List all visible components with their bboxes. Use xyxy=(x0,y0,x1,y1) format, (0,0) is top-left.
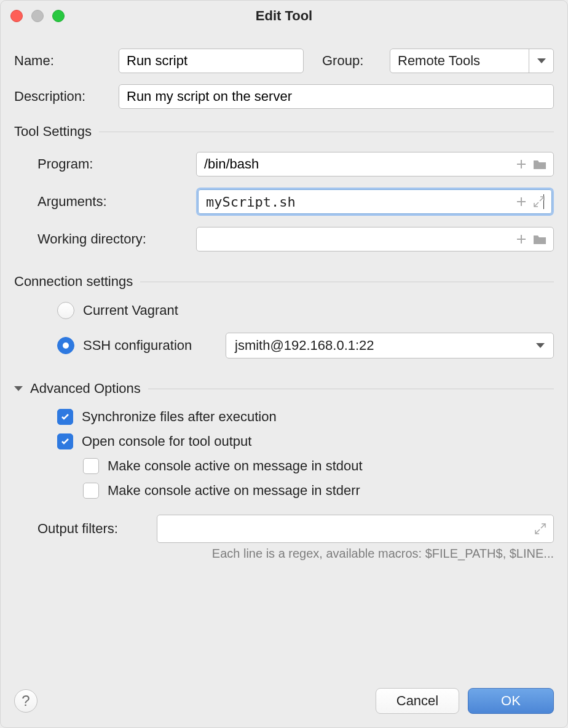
tool-settings-header: Tool Settings xyxy=(14,124,554,140)
separator xyxy=(99,132,554,132)
sync-files-label: Synchronize files after execution xyxy=(82,409,277,425)
working-directory-label: Working directory: xyxy=(14,231,196,247)
advanced-options-label: Advanced Options xyxy=(30,381,141,397)
dialog-footer: ? Cancel OK xyxy=(1,677,567,727)
browse-folder-icon[interactable] xyxy=(533,234,546,245)
name-label: Name: xyxy=(14,53,119,69)
disclosure-triangle-icon[interactable] xyxy=(14,386,23,391)
edit-tool-dialog: Edit Tool Name: Group: Remote Tools Desc… xyxy=(0,0,568,728)
zoom-window-icon[interactable] xyxy=(52,10,65,22)
expand-field-icon[interactable] xyxy=(533,196,545,208)
connection-settings-label: Connection settings xyxy=(14,274,133,290)
tool-settings-label: Tool Settings xyxy=(14,124,92,140)
stderr-active-checkbox[interactable] xyxy=(83,483,99,499)
ssh-radio-label: SSH configuration xyxy=(83,338,217,354)
expand-field-icon[interactable] xyxy=(534,523,546,535)
close-window-icon[interactable] xyxy=(10,10,23,22)
insert-macro-icon[interactable] xyxy=(516,234,527,245)
insert-macro-icon[interactable] xyxy=(516,159,527,170)
sync-files-row[interactable]: Synchronize files after execution xyxy=(14,409,554,425)
stderr-active-row[interactable]: Make console active on message in stderr xyxy=(14,483,554,499)
insert-macro-icon[interactable] xyxy=(516,196,527,207)
name-input[interactable] xyxy=(119,49,304,73)
ssh-radio-row[interactable]: SSH configuration jsmith@192.168.0.1:22 xyxy=(14,333,554,358)
cancel-button[interactable]: Cancel xyxy=(376,688,459,714)
stderr-active-label: Make console active on message in stderr xyxy=(108,483,360,499)
program-label: Program: xyxy=(14,156,196,172)
separator xyxy=(148,389,554,389)
ok-button[interactable]: OK xyxy=(468,688,554,714)
open-console-label: Open console for tool output xyxy=(82,433,251,449)
window-title: Edit Tool xyxy=(256,8,312,24)
output-filters-input[interactable] xyxy=(157,515,554,543)
group-value: Remote Tools xyxy=(390,53,529,69)
stdout-active-checkbox[interactable] xyxy=(83,458,99,474)
sync-files-checkbox[interactable] xyxy=(57,409,73,425)
ssh-config-value: jsmith@192.168.0.1:22 xyxy=(235,338,374,354)
description-label: Description: xyxy=(14,89,119,105)
ssh-config-dropdown[interactable]: jsmith@192.168.0.1:22 xyxy=(226,333,554,358)
connection-settings-header: Connection settings xyxy=(14,274,554,290)
minimize-window-icon xyxy=(31,10,44,22)
chevron-down-icon xyxy=(537,58,546,63)
vagrant-radio[interactable] xyxy=(57,302,74,319)
output-filters-label: Output filters: xyxy=(14,521,157,537)
advanced-options-header[interactable]: Advanced Options xyxy=(14,381,554,397)
group-combobox[interactable]: Remote Tools xyxy=(390,49,554,73)
group-label: Group: xyxy=(322,53,390,69)
vagrant-radio-row[interactable]: Current Vagrant xyxy=(14,302,554,319)
stdout-active-row[interactable]: Make console active on message in stdout xyxy=(14,458,554,474)
browse-folder-icon[interactable] xyxy=(533,159,546,170)
open-console-checkbox[interactable] xyxy=(57,433,73,449)
separator xyxy=(140,282,554,282)
chevron-down-icon xyxy=(536,343,545,348)
arguments-input[interactable]: myScript.sh xyxy=(206,194,544,210)
vagrant-radio-label: Current Vagrant xyxy=(83,303,178,318)
stdout-active-label: Make console active on message in stdout xyxy=(108,458,363,474)
output-filters-helper: Each line is a regex, available macros: … xyxy=(14,547,554,561)
description-input[interactable] xyxy=(119,84,554,109)
working-directory-input[interactable] xyxy=(196,227,554,251)
program-input[interactable] xyxy=(196,152,554,176)
group-dropdown-button[interactable] xyxy=(529,49,553,73)
ssh-radio[interactable] xyxy=(57,337,74,354)
open-console-row[interactable]: Open console for tool output xyxy=(14,433,554,449)
window-controls xyxy=(10,10,65,22)
titlebar: Edit Tool xyxy=(1,1,567,31)
help-button[interactable]: ? xyxy=(14,689,37,713)
arguments-label: Arguments: xyxy=(14,194,196,210)
